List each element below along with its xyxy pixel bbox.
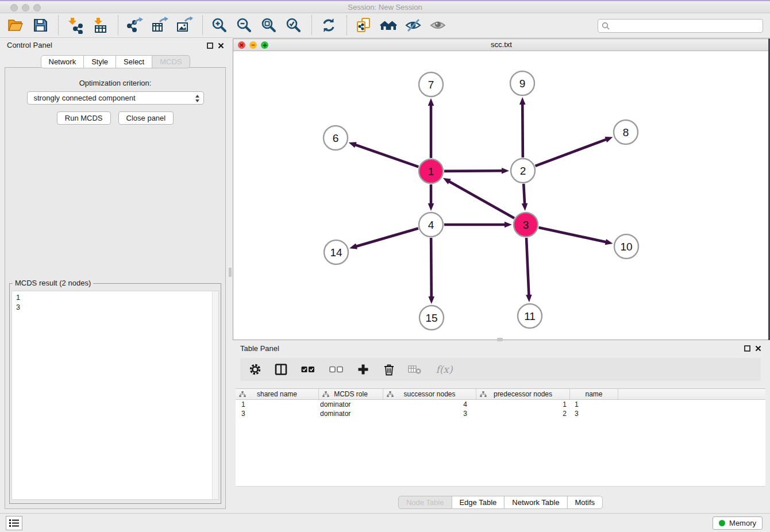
control-tab-network[interactable]: Network xyxy=(40,55,84,68)
graph-node-2[interactable]: 2 xyxy=(511,159,535,183)
table-tab-node-table[interactable]: Node Table xyxy=(398,496,452,509)
graph-node-9[interactable]: 9 xyxy=(510,71,534,95)
graph-node-3[interactable]: 3 xyxy=(514,213,538,237)
unchecked-boxes-icon xyxy=(329,366,343,373)
main-toolbar xyxy=(0,13,770,38)
graph-node-15[interactable]: 15 xyxy=(419,306,444,330)
graph-edge-2-8[interactable] xyxy=(536,139,608,166)
table-row[interactable]: 3dominator323 xyxy=(236,409,765,418)
delete-column-button[interactable] xyxy=(382,363,396,376)
run-mcds-button[interactable]: Run MCDS xyxy=(57,111,111,125)
table-cell[interactable]: 1 xyxy=(236,400,319,409)
graph-node-4[interactable]: 4 xyxy=(419,213,443,237)
network-canvas[interactable]: 7968124314101511 xyxy=(233,51,769,340)
zoom-in-button[interactable] xyxy=(210,16,229,35)
import-network-button[interactable] xyxy=(66,16,85,35)
zoom-out-button[interactable] xyxy=(234,16,254,35)
zoom-fit-button[interactable] xyxy=(259,16,279,35)
task-history-button[interactable] xyxy=(6,516,22,530)
graph-edge-3-11[interactable] xyxy=(526,238,529,296)
memory-label: Memory xyxy=(729,519,756,527)
node-label: 1 xyxy=(428,165,434,178)
graph-edge-1-2[interactable] xyxy=(444,171,503,171)
graph-node-8[interactable]: 8 xyxy=(614,120,638,144)
control-tab-style[interactable]: Style xyxy=(83,55,116,68)
column-header-name[interactable]: name xyxy=(570,389,618,399)
export-network-icon xyxy=(126,17,144,34)
node-label: 3 xyxy=(523,219,529,231)
refresh-button[interactable] xyxy=(319,16,338,35)
graph-edge-2-3[interactable] xyxy=(523,184,525,205)
memory-button[interactable]: Memory xyxy=(713,516,763,530)
horizontal-splitter-handle[interactable] xyxy=(497,338,503,341)
float-panel-icon[interactable] xyxy=(744,345,750,352)
search-input[interactable] xyxy=(598,19,763,33)
graph-node-10[interactable]: 10 xyxy=(614,234,638,259)
control-tab-select[interactable]: Select xyxy=(116,55,152,68)
network-maximize-button[interactable] xyxy=(261,41,268,49)
control-panel-title: Control Panel xyxy=(7,41,52,49)
graph-node-11[interactable]: 11 xyxy=(518,304,542,328)
show-panels-button[interactable] xyxy=(428,16,448,35)
table-cell[interactable]: dominator xyxy=(319,409,383,418)
import-table-button[interactable] xyxy=(90,16,110,35)
delete-table-button[interactable] xyxy=(408,363,422,376)
split-columns-button[interactable] xyxy=(274,363,288,376)
add-column-button[interactable] xyxy=(356,363,370,376)
column-header-predecessor-nodes[interactable]: predecessor nodes xyxy=(476,389,570,399)
graph-edge-1-6[interactable] xyxy=(354,144,418,167)
column-header-successor-nodes[interactable]: successor nodes xyxy=(383,389,476,399)
column-header-shared-name[interactable]: shared name xyxy=(236,389,319,399)
float-panel-icon[interactable] xyxy=(207,43,213,49)
mcds-result-box: 1 3 xyxy=(11,291,219,500)
graph-edge-3-10[interactable] xyxy=(538,228,607,242)
table-cell[interactable]: 3 xyxy=(236,409,319,418)
graph-edge-3-1[interactable] xyxy=(448,181,514,218)
zoom-selected-button[interactable] xyxy=(284,16,303,35)
result-scrollbar[interactable] xyxy=(212,291,218,499)
network-close-button[interactable] xyxy=(238,41,245,49)
hide-panels-button[interactable] xyxy=(403,16,423,35)
table-cell[interactable]: 2 xyxy=(476,409,570,418)
open-session-button[interactable] xyxy=(6,16,25,35)
export-table-button[interactable] xyxy=(150,16,170,35)
table-cell[interactable]: 3 xyxy=(570,409,618,418)
table-cell[interactable]: 1 xyxy=(476,400,570,409)
table-cell[interactable]: dominator xyxy=(319,400,383,409)
table-tab-network-table[interactable]: Network Table xyxy=(504,496,567,509)
close-panel-button[interactable]: Close panel xyxy=(118,111,174,125)
node-label: 14 xyxy=(330,246,342,259)
graph-node-1[interactable]: 1 xyxy=(419,159,443,183)
table-tab-motifs[interactable]: Motifs xyxy=(567,496,603,509)
graph-node-7[interactable]: 7 xyxy=(419,72,443,97)
graph-edge-4-15[interactable] xyxy=(431,238,432,298)
table-row[interactable]: 1dominator411 xyxy=(236,400,765,409)
home-button[interactable] xyxy=(379,16,398,35)
graph-node-14[interactable]: 14 xyxy=(324,240,348,264)
graph-edge-4-14[interactable] xyxy=(355,228,418,246)
table-cell[interactable]: 1 xyxy=(570,400,618,409)
close-panel-icon[interactable] xyxy=(218,43,224,49)
clone-network-button[interactable] xyxy=(354,16,374,35)
export-network-button[interactable] xyxy=(125,16,145,35)
graph-node-6[interactable]: 6 xyxy=(324,126,348,150)
header-filler xyxy=(618,389,765,399)
save-session-button[interactable] xyxy=(30,16,50,35)
column-header-MCDS-role[interactable]: MCDS role xyxy=(319,389,383,399)
column-tree-icon xyxy=(322,391,329,398)
function-builder-button[interactable]: f(x) xyxy=(434,363,455,376)
table-settings-button[interactable] xyxy=(248,363,262,376)
table-cell[interactable]: 3 xyxy=(383,409,476,418)
table-tab-edge-table[interactable]: Edge Table xyxy=(451,496,505,509)
table-toolbar: f(x) xyxy=(240,358,761,381)
graph-edge-2-9[interactable] xyxy=(522,103,523,157)
vertical-splitter-handle[interactable] xyxy=(229,268,232,277)
criterion-dropdown[interactable]: strongly connected component xyxy=(27,91,204,105)
deselect-all-button[interactable] xyxy=(328,363,344,376)
close-panel-icon[interactable] xyxy=(755,345,761,352)
table-cell[interactable]: 4 xyxy=(383,400,476,409)
control-tab-mcds[interactable]: MCDS xyxy=(152,55,190,68)
select-all-button[interactable] xyxy=(300,363,316,376)
network-minimize-button[interactable] xyxy=(249,41,257,49)
export-image-button[interactable] xyxy=(175,16,194,35)
